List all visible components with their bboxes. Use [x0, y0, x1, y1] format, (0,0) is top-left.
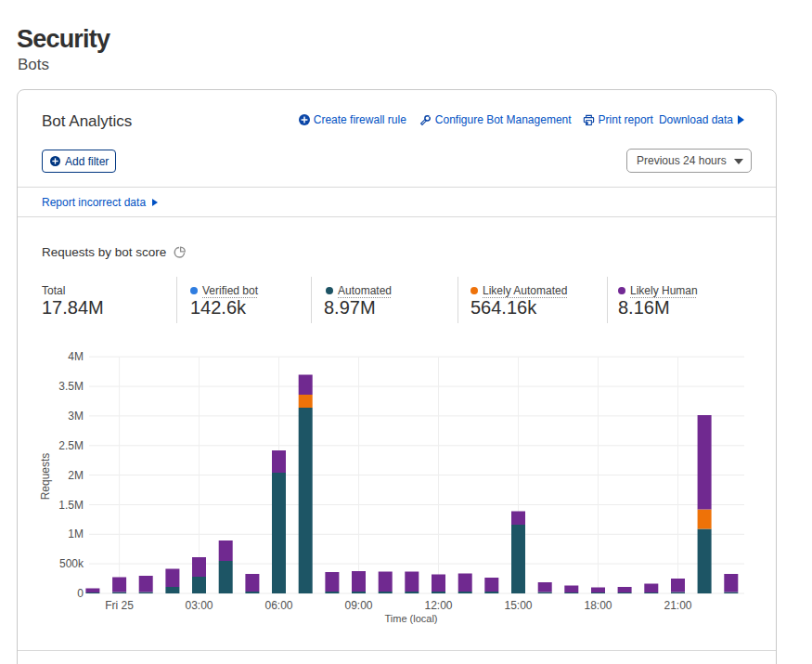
svg-text:12:00: 12:00	[424, 599, 452, 612]
svg-text:0: 0	[77, 587, 84, 600]
svg-text:18:00: 18:00	[584, 599, 612, 612]
svg-text:3M: 3M	[68, 410, 84, 423]
svg-text:1.5M: 1.5M	[58, 499, 84, 512]
svg-text:03:00: 03:00	[185, 599, 213, 612]
svg-text:21:00: 21:00	[664, 599, 691, 612]
svg-text:15:00: 15:00	[504, 599, 532, 612]
svg-text:06:00: 06:00	[264, 599, 292, 612]
svg-text:3.5M: 3.5M	[58, 380, 84, 393]
svg-text:1M: 1M	[68, 527, 84, 540]
svg-text:2.5M: 2.5M	[58, 439, 84, 452]
svg-text:Time (local): Time (local)	[384, 613, 437, 624]
svg-text:2M: 2M	[68, 469, 84, 482]
svg-text:Requests: Requests	[39, 453, 52, 501]
svg-text:4M: 4M	[68, 350, 84, 363]
svg-text:500k: 500k	[59, 557, 84, 570]
svg-text:Fri 25: Fri 25	[105, 599, 134, 612]
svg-text:09:00: 09:00	[344, 599, 372, 612]
